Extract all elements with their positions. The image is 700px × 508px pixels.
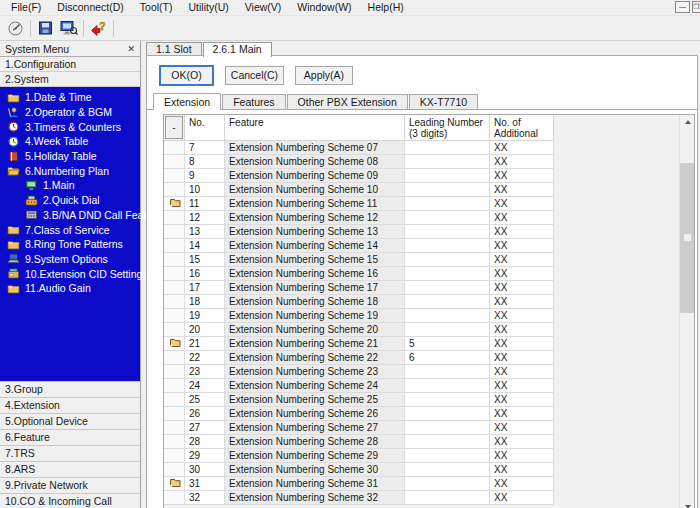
additional-digits-cell[interactable]: XX (490, 463, 554, 477)
menu-item-window-w[interactable]: Window(W) (289, 0, 359, 15)
tree-item-9-system-options[interactable]: 9.System Options (0, 252, 140, 267)
menu-item-disconnect-d[interactable]: Disconnect(D) (49, 0, 132, 15)
apply-button[interactable]: Apply(A) (295, 66, 353, 85)
leading-number-cell[interactable] (405, 379, 490, 393)
close-icon[interactable]: ✕ (127, 44, 135, 54)
select-all-button[interactable]: - (165, 116, 183, 139)
menu-item-file-f[interactable]: File(F) (3, 0, 49, 15)
row-copy-cell[interactable] (164, 183, 185, 197)
leading-number-cell[interactable] (405, 211, 490, 225)
row-copy-cell[interactable] (164, 141, 185, 155)
additional-digits-cell[interactable]: XX (490, 281, 554, 295)
tab-other-pbx-extension[interactable]: Other PBX Extension (287, 94, 408, 109)
row-copy-cell[interactable] (164, 211, 185, 225)
row-copy-cell[interactable] (164, 197, 185, 211)
tree-item-2-quick-dial[interactable]: 2.Quick Dial (0, 193, 140, 208)
context-help-icon[interactable]: ? (87, 18, 110, 39)
row-copy-cell[interactable] (164, 477, 185, 491)
tab-extension[interactable]: Extension (153, 93, 221, 110)
additional-digits-cell[interactable]: XX (490, 309, 554, 323)
sidebar-item-9-private-network[interactable]: 9.Private Network (0, 477, 140, 493)
menu-item-utility-u[interactable]: Utility(U) (181, 0, 237, 15)
scrollbar-thumb[interactable] (680, 163, 695, 313)
additional-digits-cell[interactable]: XX (490, 197, 554, 211)
leading-number-cell[interactable] (405, 253, 490, 267)
additional-digits-cell[interactable]: XX (490, 239, 554, 253)
row-copy-cell[interactable] (164, 309, 185, 323)
menu-item-view-v[interactable]: View(V) (237, 0, 290, 15)
leading-number-cell[interactable] (405, 421, 490, 435)
leading-number-cell[interactable] (405, 295, 490, 309)
leading-number-cell[interactable] (405, 225, 490, 239)
additional-digits-cell[interactable]: XX (490, 183, 554, 197)
tab-1-1-slot[interactable]: 1.1 Slot (146, 42, 202, 56)
tree-item-8-ring-tone-patterns[interactable]: 8.Ring Tone Patterns (0, 237, 140, 252)
leading-number-cell[interactable] (405, 309, 490, 323)
row-copy-cell[interactable] (164, 281, 185, 295)
additional-digits-cell[interactable]: XX (490, 155, 554, 169)
row-copy-cell[interactable] (164, 449, 185, 463)
additional-digits-cell[interactable]: XX (490, 379, 554, 393)
sidebar-item-6-feature[interactable]: 6.Feature (0, 429, 140, 445)
leading-number-cell[interactable] (405, 197, 490, 211)
additional-digits-cell[interactable]: XX (490, 253, 554, 267)
sidebar-item-1-configuration[interactable]: 1.Configuration (0, 57, 140, 72)
ok-button[interactable]: OK(O) (159, 65, 214, 86)
menu-item-help-h[interactable]: Help(H) (360, 0, 412, 15)
tree-item-7-class-of-service[interactable]: 7.Class of Service (0, 222, 140, 237)
leading-number-cell[interactable] (405, 393, 490, 407)
additional-digits-cell[interactable]: XX (490, 449, 554, 463)
tree-item-5-holiday-table[interactable]: 5.Holiday Table (0, 149, 140, 164)
cancel-button[interactable]: Cancel(C) (225, 66, 284, 85)
row-copy-cell[interactable] (164, 421, 185, 435)
additional-digits-cell[interactable]: XX (490, 323, 554, 337)
leading-number-cell[interactable] (405, 477, 490, 491)
tree-item-6-numbering-plan[interactable]: 6.Numbering Plan (0, 163, 140, 178)
row-copy-cell[interactable] (164, 365, 185, 379)
tree-item-3-timers-counters[interactable]: 3.Timers & Counters (0, 119, 140, 134)
additional-digits-cell[interactable]: XX (490, 211, 554, 225)
leading-number-cell[interactable] (405, 155, 490, 169)
leading-number-cell[interactable] (405, 435, 490, 449)
leading-number-cell[interactable] (405, 239, 490, 253)
leading-number-cell[interactable] (405, 491, 490, 505)
row-copy-cell[interactable] (164, 351, 185, 365)
sidebar-item-4-extension[interactable]: 4.Extension (0, 397, 140, 413)
additional-digits-cell[interactable]: XX (490, 365, 554, 379)
sidebar-item-10-co-incoming-call[interactable]: 10.CO & Incoming Call (0, 493, 140, 508)
leading-number-cell[interactable] (405, 449, 490, 463)
leading-number-cell[interactable] (405, 365, 490, 379)
leading-number-cell[interactable] (405, 281, 490, 295)
tree-item-11-audio-gain[interactable]: 11.Audio Gain (0, 281, 140, 296)
restore-button[interactable]: ❐ (692, 1, 700, 13)
leading-number-cell[interactable] (405, 141, 490, 155)
row-copy-cell[interactable] (164, 295, 185, 309)
tab-2-6-1-main[interactable]: 2.6.1 Main (203, 42, 272, 57)
tree-item-1-main[interactable]: 1.Main (0, 178, 140, 193)
scroll-down-button[interactable] (680, 500, 695, 508)
row-copy-cell[interactable] (164, 393, 185, 407)
tree-item-10-extension-cid-settings[interactable]: 10.Extension CID Settings (0, 266, 140, 281)
additional-digits-cell[interactable]: XX (490, 141, 554, 155)
additional-digits-cell[interactable]: XX (490, 393, 554, 407)
leading-number-cell[interactable] (405, 323, 490, 337)
tree-item-1-date-time[interactable]: 1.Date & Time (0, 90, 140, 105)
row-copy-cell[interactable] (164, 225, 185, 239)
save-icon[interactable] (34, 18, 57, 39)
row-copy-cell[interactable] (164, 323, 185, 337)
additional-digits-cell[interactable]: XX (490, 225, 554, 239)
additional-digits-cell[interactable]: XX (490, 407, 554, 421)
row-copy-cell[interactable] (164, 463, 185, 477)
leading-number-cell[interactable] (405, 407, 490, 421)
gauge-icon[interactable] (4, 18, 27, 39)
additional-digits-cell[interactable]: XX (490, 267, 554, 281)
leading-number-cell[interactable]: 6 (405, 351, 490, 365)
row-copy-cell[interactable] (164, 337, 185, 351)
minimize-button[interactable]: — (675, 1, 690, 13)
sidebar-item-3-group[interactable]: 3.Group (0, 381, 140, 397)
row-copy-cell[interactable] (164, 169, 185, 183)
leading-number-cell[interactable] (405, 169, 490, 183)
scroll-up-button[interactable] (680, 115, 695, 129)
monitor-search-icon[interactable] (57, 18, 80, 39)
additional-digits-cell[interactable]: XX (490, 169, 554, 183)
